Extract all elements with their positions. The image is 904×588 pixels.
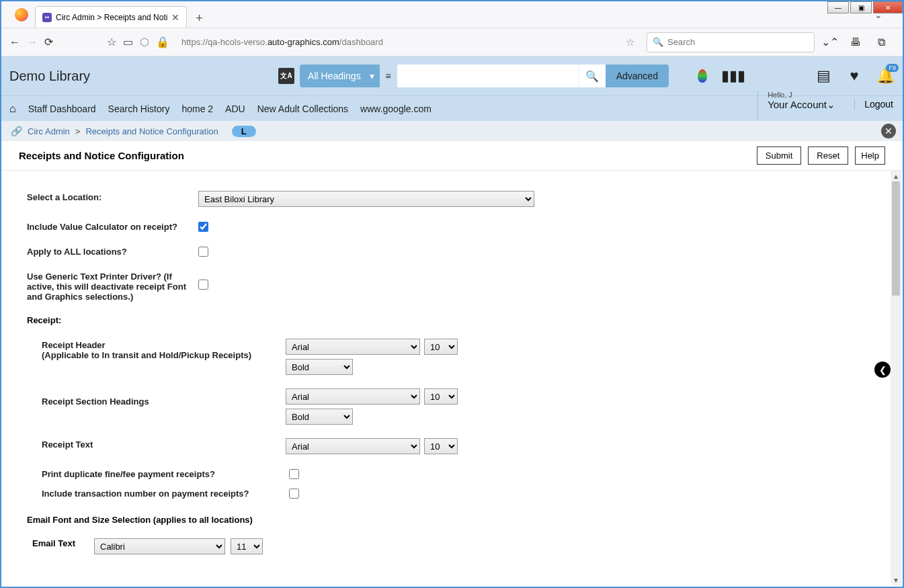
label-include-value-calc: Include Value Calculator on receipt? bbox=[27, 220, 198, 232]
email-section-heading: Email Font and Size Selection (applies t… bbox=[27, 515, 877, 525]
print-icon[interactable]: 🖶 bbox=[847, 34, 864, 51]
nav-staff-dashboard[interactable]: Staff Dashboard bbox=[28, 103, 96, 114]
database-icon[interactable]: ≡ bbox=[380, 65, 397, 87]
balloon-icon[interactable] bbox=[693, 67, 712, 85]
window-maximize-button[interactable]: ▣ bbox=[850, 1, 872, 13]
header-icons: ▮▮▮ ▤ ♥ 🔔 F9 bbox=[693, 67, 895, 85]
label-email-text: Email Text bbox=[27, 538, 94, 548]
browser-tab[interactable]: •• Circ Admin > Receipts and Noti ✕ bbox=[35, 6, 187, 28]
label-generic-driver: Use Generic Text Printer Driver? (If act… bbox=[27, 270, 198, 302]
library-icon[interactable]: ▭ bbox=[123, 34, 133, 51]
forward-button[interactable]: → bbox=[27, 34, 38, 51]
label-select-location: Select a Location: bbox=[27, 191, 198, 202]
app-title: Demo Library bbox=[9, 69, 90, 84]
notifications-bell-icon[interactable]: 🔔 F9 bbox=[876, 67, 895, 85]
home-icon[interactable]: ⌂ bbox=[9, 103, 16, 115]
account-block[interactable]: Hello, J Your Account⌄ bbox=[757, 91, 835, 119]
address-bar[interactable]: https://qa-hcols-verso.auto-graphics.com… bbox=[176, 32, 640, 52]
label-receipt-text: Receipt Text bbox=[27, 438, 286, 450]
include-value-calc-checkbox[interactable] bbox=[198, 222, 208, 232]
shield-icon: ⬡ bbox=[140, 34, 149, 51]
content-area: Select a Location: East Biloxi Library I… bbox=[3, 171, 901, 585]
pocket-icon[interactable]: ⌄⌃ bbox=[821, 34, 839, 51]
apply-all-checkbox[interactable] bbox=[198, 247, 208, 257]
catalog-search-input[interactable] bbox=[397, 65, 579, 87]
tab-close-icon[interactable]: ✕ bbox=[171, 12, 179, 23]
logout-link[interactable]: Logout bbox=[854, 99, 893, 110]
your-account-link[interactable]: Your Account⌄ bbox=[768, 99, 835, 111]
section-headings-size-select[interactable]: 10 bbox=[424, 388, 458, 405]
firefox-logo-icon bbox=[15, 8, 28, 22]
catalog-search-group: All Headings ≡ 🔍 Advanced bbox=[300, 65, 669, 87]
location-badge: L bbox=[232, 126, 256, 137]
window-close-button[interactable]: ✕ bbox=[873, 1, 903, 13]
receipt-header-weight-select[interactable]: Bold bbox=[286, 359, 353, 375]
tab-title: Circ Admin > Receipts and Noti bbox=[56, 13, 167, 22]
label-receipt-section-headings: Receipt Section Headings bbox=[27, 388, 286, 407]
secondary-nav: ⌂ Staff Dashboard Search History home 2 … bbox=[1, 95, 903, 121]
scroll-down-arrow-icon[interactable]: ▼ bbox=[891, 575, 901, 585]
browser-tab-strip: •• Circ Admin > Receipts and Noti ✕ + ⌄ bbox=[1, 1, 903, 28]
chain-icon: 🔗 bbox=[11, 126, 22, 136]
receipt-header-font-select[interactable]: Arial bbox=[286, 339, 420, 355]
crumb-circ-admin[interactable]: Circ Admin bbox=[28, 126, 70, 136]
browser-search-box[interactable]: 🔍 Search bbox=[647, 32, 815, 52]
search-placeholder: Search bbox=[667, 37, 695, 47]
nav-new-adult[interactable]: New Adult Collections bbox=[257, 103, 348, 114]
receipt-text-size-select[interactable]: 10 bbox=[424, 438, 458, 454]
crumb-sep: > bbox=[75, 126, 81, 136]
resources-icon[interactable]: ▮▮▮ bbox=[724, 67, 743, 85]
email-size-select[interactable]: 11 bbox=[231, 538, 263, 554]
receipt-header-size-select[interactable]: 10 bbox=[424, 339, 458, 355]
tab-favicon-icon: •• bbox=[42, 13, 52, 22]
nav-adu[interactable]: ADU bbox=[225, 103, 245, 114]
receipt-text-font-select[interactable]: Arial bbox=[286, 438, 420, 454]
nav-search-history[interactable]: Search History bbox=[108, 103, 170, 114]
search-icon: 🔍 bbox=[653, 37, 663, 47]
location-select[interactable]: East Biloxi Library bbox=[198, 191, 534, 207]
headings-select[interactable]: All Headings bbox=[300, 65, 380, 87]
scroll-up-arrow-icon[interactable]: ▲ bbox=[891, 171, 901, 181]
browser-toolbar: ← → ⟳ ☆ ▭ ⬡ 🔒 https://qa-hcols-verso.aut… bbox=[1, 28, 903, 56]
url-text: https://qa-hcols-verso.auto-graphics.com… bbox=[181, 37, 383, 47]
window-controls: — ▣ ✕ bbox=[826, 1, 903, 13]
page-title: Receipts and Notice Configuration bbox=[19, 150, 184, 161]
page-bookmark-icon[interactable]: ☆ bbox=[626, 36, 634, 48]
label-include-txn: Include transaction number on payment re… bbox=[27, 487, 289, 499]
generic-driver-checkbox[interactable] bbox=[198, 280, 208, 290]
catalog-search-button[interactable]: 🔍 bbox=[579, 65, 606, 87]
include-txn-checkbox[interactable] bbox=[289, 489, 299, 499]
crumb-receipts[interactable]: Receipts and Notice Configuration bbox=[85, 126, 218, 136]
section-headings-font-select[interactable]: Arial bbox=[286, 388, 420, 405]
menu-icon[interactable]: ≡ bbox=[898, 34, 904, 51]
reset-button[interactable]: Reset bbox=[808, 146, 848, 165]
breadcrumb-close-icon[interactable]: ✕ bbox=[881, 124, 896, 138]
print-dup-checkbox[interactable] bbox=[289, 469, 299, 479]
email-font-select[interactable]: Calibri bbox=[94, 538, 225, 554]
bookmark-star-icon[interactable]: ☆ bbox=[107, 34, 116, 51]
reload-button[interactable]: ⟳ bbox=[44, 34, 53, 51]
side-panel-toggle-icon[interactable]: ❮ bbox=[874, 362, 891, 378]
advanced-search-button[interactable]: Advanced bbox=[606, 65, 669, 87]
app-header: Demo Library 文A All Headings ≡ 🔍 Advance… bbox=[1, 56, 903, 95]
favorites-heart-icon[interactable]: ♥ bbox=[845, 67, 864, 85]
nav-google[interactable]: www.google.com bbox=[360, 103, 432, 114]
back-button[interactable]: ← bbox=[9, 34, 20, 51]
label-print-dup: Print duplicate fine/fee payment receipt… bbox=[27, 468, 289, 479]
window-minimize-button[interactable]: — bbox=[827, 1, 849, 13]
scroll-thumb[interactable] bbox=[892, 181, 900, 296]
section-headings-weight-select[interactable]: Bold bbox=[286, 409, 353, 425]
list-icon[interactable]: ▤ bbox=[814, 67, 833, 85]
submit-button[interactable]: Submit bbox=[757, 146, 801, 165]
new-tab-button[interactable]: + bbox=[190, 9, 208, 28]
nav-home-2[interactable]: home 2 bbox=[181, 103, 213, 114]
extensions-icon[interactable]: ⧉ bbox=[872, 34, 890, 51]
vertical-scrollbar[interactable]: ▲ ▼ bbox=[891, 171, 901, 585]
breadcrumb-bar: 🔗 Circ Admin > Receipts and Notice Confi… bbox=[1, 121, 903, 141]
language-icon[interactable]: 文A bbox=[278, 68, 294, 84]
lock-icon: 🔒 bbox=[156, 34, 169, 51]
label-apply-all: Apply to ALL locations? bbox=[27, 245, 198, 257]
page-title-row: Receipts and Notice Configuration Submit… bbox=[1, 141, 903, 171]
label-receipt-header: Receipt Header (Applicable to In transit… bbox=[27, 339, 286, 360]
help-button[interactable]: Help bbox=[855, 146, 885, 165]
